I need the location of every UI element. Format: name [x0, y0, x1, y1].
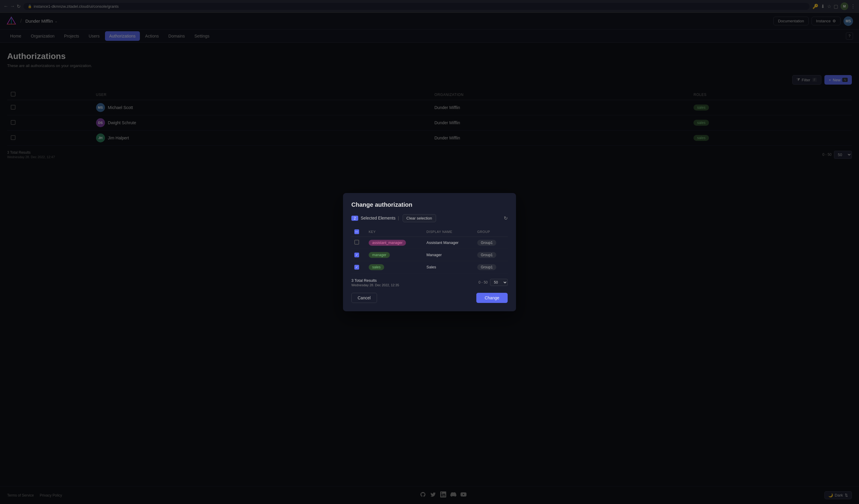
change-authorization-modal: Change authorization 2 Selected Elements…: [343, 193, 516, 311]
clear-selection-button[interactable]: Clear selection: [403, 214, 436, 222]
pipe-separator: |: [398, 216, 399, 220]
modal-pagination: 0 - 50 50 100: [479, 279, 508, 286]
modal-selection-bar: 2 Selected Elements | Clear selection ↻: [351, 214, 508, 222]
modal-col-display-name: DISPLAY NAME: [423, 227, 474, 237]
role-row-3: sales Sales Group1: [351, 261, 508, 273]
main-content: Authorizations These are all authorizati…: [0, 43, 859, 486]
role-group-1: Group1: [477, 240, 496, 246]
modal-pagination-range: 0 - 50: [479, 280, 488, 284]
role-checkbox-3[interactable]: [355, 265, 359, 270]
modal-title: Change authorization: [351, 201, 508, 208]
modal-select-all-checkbox[interactable]: [355, 230, 359, 234]
modal-results: 3 Total Results Wednesday 28. Dec 2022, …: [351, 278, 399, 287]
modal-timestamp: Wednesday 28. Dec 2022, 12:35: [351, 283, 399, 287]
role-key-1: assistant_manager: [369, 240, 406, 246]
role-checkbox-1[interactable]: [355, 240, 359, 245]
modal-per-page-select[interactable]: 50 100: [490, 279, 508, 286]
role-group-2: Group1: [477, 252, 496, 258]
role-row-2: manager Manager Group1: [351, 249, 508, 261]
modal-footer-info: 3 Total Results Wednesday 28. Dec 2022, …: [351, 278, 508, 287]
role-key-2: manager: [369, 252, 390, 258]
role-key-3: sales: [369, 264, 384, 270]
role-display-3: Sales: [423, 261, 474, 273]
selected-label: Selected Elements: [361, 216, 395, 220]
modal-total-results: 3 Total Results: [351, 278, 399, 283]
modal-overlay: Change authorization 2 Selected Elements…: [0, 0, 859, 504]
modal-actions: Cancel Change: [351, 293, 508, 303]
refresh-icon[interactable]: ↻: [504, 215, 508, 221]
modal-col-group: GROUP: [474, 227, 508, 237]
roles-table: KEY DISPLAY NAME GROUP assistant_manager…: [351, 227, 508, 273]
role-display-2: Manager: [423, 249, 474, 261]
cancel-button[interactable]: Cancel: [351, 293, 377, 303]
modal-col-key: KEY: [366, 227, 423, 237]
selected-count-badge: 2: [351, 216, 358, 221]
selection-count: 2 Selected Elements |: [351, 216, 399, 221]
role-row-1: assistant_manager Assistant Manager Grou…: [351, 237, 508, 249]
role-display-1: Assistant Manager: [423, 237, 474, 249]
change-button[interactable]: Change: [476, 293, 508, 303]
role-checkbox-2[interactable]: [355, 253, 359, 257]
role-group-3: Group1: [477, 264, 496, 270]
